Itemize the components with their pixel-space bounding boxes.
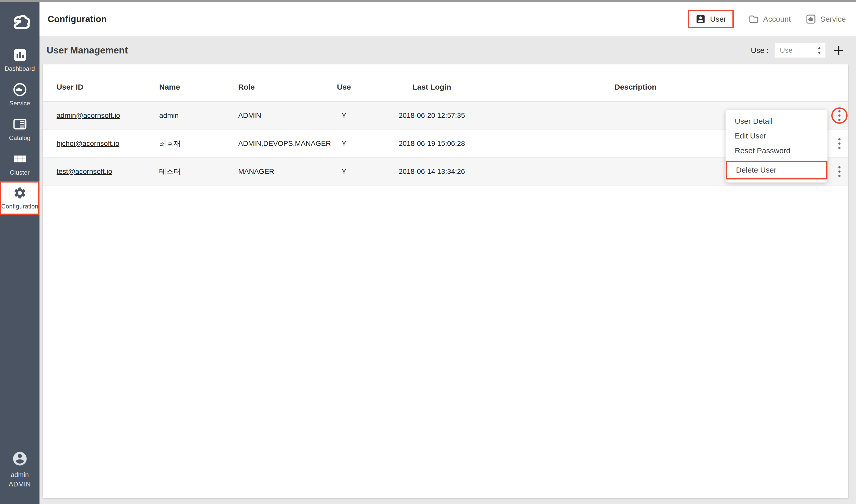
avatar-icon xyxy=(12,451,28,467)
sidebar-item-label: Service xyxy=(10,100,30,107)
section-toolbar: User Management Use : Use xyxy=(39,36,856,65)
user-id-link[interactable]: admin@acornsoft.io xyxy=(56,111,120,120)
menu-item-user-detail[interactable]: User Detail xyxy=(726,114,827,128)
row-context-menu: User Detail Edit User Reset Password Del… xyxy=(726,110,827,182)
section-title: User Management xyxy=(47,45,128,56)
column-header-role: Role xyxy=(238,83,329,91)
row-actions-button[interactable] xyxy=(831,136,848,152)
delete-user-annotation-box: Delete User xyxy=(726,161,827,179)
sidebar-item-label: Configuration xyxy=(1,203,38,210)
catalog-card-icon xyxy=(13,117,27,131)
cell-last-login: 2018-06-14 13:34:26 xyxy=(359,167,504,176)
tab-user[interactable]: User xyxy=(688,10,733,28)
use-filter-label: Use : xyxy=(751,46,769,55)
sidebar-item-configuration[interactable]: Configuration xyxy=(0,181,39,215)
app-logo xyxy=(7,8,33,34)
page-header: Configuration User Account xyxy=(39,2,856,36)
select-spinner-icon xyxy=(817,46,822,55)
grid-icon xyxy=(13,152,27,166)
cell-last-login: 2018-06-20 12:57:35 xyxy=(359,111,504,120)
sidebar: Dashboard Service Catalog xyxy=(0,2,39,504)
tab-service[interactable]: Service xyxy=(806,14,846,24)
cell-role: MANAGER xyxy=(238,167,329,176)
gear-icon xyxy=(13,186,27,200)
column-header-name: Name xyxy=(159,83,238,91)
tab-label: User xyxy=(710,15,726,23)
cloud-logo-icon xyxy=(7,11,32,32)
kebab-menu-icon xyxy=(838,110,841,122)
menu-item-delete-user[interactable]: Delete User xyxy=(727,162,826,178)
row-actions-button[interactable] xyxy=(831,107,848,124)
sidebar-item-dashboard[interactable]: Dashboard xyxy=(0,43,39,77)
header-tabs: User Account Service xyxy=(688,10,846,28)
cell-name: 최호재 xyxy=(159,139,238,148)
toolbar-controls: Use : Use xyxy=(751,43,845,57)
cell-role: ADMIN xyxy=(238,111,329,120)
cell-last-login: 2018-06-19 15:06:28 xyxy=(359,140,504,148)
bar-chart-icon xyxy=(13,48,27,62)
cell-use: Y xyxy=(329,111,359,120)
browser-top-strip xyxy=(0,0,856,2)
user-id-link[interactable]: test@acornsoft.io xyxy=(56,167,112,175)
page-title: Configuration xyxy=(48,14,107,24)
sidebar-item-label: Catalog xyxy=(9,134,30,142)
column-header-last-login: Last Login xyxy=(359,83,504,91)
menu-item-edit-user[interactable]: Edit User xyxy=(726,128,827,143)
sidebar-item-label: Dashboard xyxy=(4,65,35,72)
cell-role: ADMIN,DEVOPS,MANAGER xyxy=(238,140,329,148)
tab-label: Service xyxy=(820,15,846,23)
cloud-box-icon xyxy=(806,14,816,24)
user-id-link[interactable]: hjchoi@acornsoft.io xyxy=(56,140,119,147)
row-actions-button[interactable] xyxy=(831,163,848,180)
column-header-user-id: User ID xyxy=(56,83,159,91)
user-badge-icon xyxy=(695,14,706,24)
sidebar-item-service[interactable]: Service xyxy=(0,77,39,112)
use-filter-select[interactable]: Use xyxy=(775,43,825,57)
sidebar-item-cluster[interactable]: Cluster xyxy=(0,147,39,181)
column-header-use: Use xyxy=(329,83,359,91)
plus-icon xyxy=(833,44,845,56)
add-user-button[interactable] xyxy=(832,44,845,57)
sidebar-item-label: Cluster xyxy=(10,169,30,176)
column-header-description: Description xyxy=(504,83,831,91)
current-user-role: ADMIN xyxy=(8,480,31,488)
tab-account[interactable]: Account xyxy=(749,14,791,24)
sidebar-user-info: admin ADMIN xyxy=(8,451,31,488)
sidebar-nav: Dashboard Service Catalog xyxy=(0,43,39,215)
use-filter-value: Use xyxy=(780,46,817,54)
cell-name: admin xyxy=(159,111,238,120)
menu-item-reset-password[interactable]: Reset Password xyxy=(726,143,827,158)
cell-name: 테스터 xyxy=(159,167,238,176)
cell-use: Y xyxy=(329,140,359,148)
folder-icon xyxy=(749,14,759,24)
tab-label: Account xyxy=(763,15,791,23)
cell-use: Y xyxy=(329,167,359,176)
current-user-name: admin xyxy=(11,471,29,479)
kebab-menu-icon xyxy=(838,138,841,149)
kebab-menu-icon xyxy=(838,166,841,177)
cloud-circle-icon xyxy=(13,83,27,97)
sidebar-item-catalog[interactable]: Catalog xyxy=(0,112,39,147)
table-header-row: User ID Name Role Use Last Login Descrip… xyxy=(43,65,849,102)
